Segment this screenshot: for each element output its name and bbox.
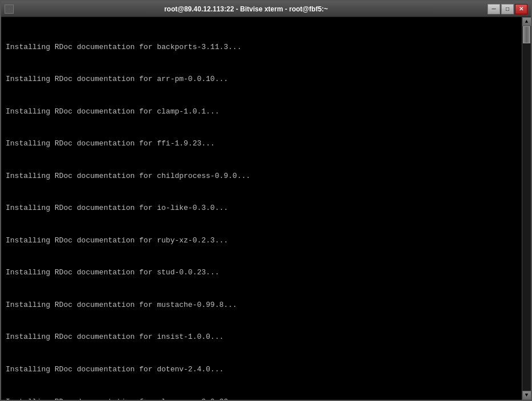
terminal-line: Installing RDoc documentation for ruby-x…	[6, 236, 518, 246]
window-title: root@89.40.12.113:22 - Bitvise xterm - r…	[39, 5, 488, 13]
scrollbar-thumb[interactable]	[523, 26, 530, 43]
terminal-line: Installing RDoc documentation for dotenv…	[6, 364, 518, 375]
window-controls: ─ □ ✕	[488, 4, 527, 14]
terminal-line: Installing RDoc documentation for ffi-1.…	[6, 139, 518, 149]
scrollbar[interactable]: ▲ ▼	[522, 17, 531, 400]
minimize-button[interactable]: ─	[488, 4, 500, 14]
scrollbar-down-button[interactable]: ▼	[522, 391, 531, 400]
terminal-line: Installing RDoc documentation for stud-0…	[6, 268, 518, 278]
terminal-line: Installing RDoc documentation for insist…	[6, 332, 518, 343]
close-button[interactable]: ✕	[515, 4, 527, 14]
terminal-container: Installing RDoc documentation for backpo…	[1, 17, 531, 400]
titlebar: root@89.40.12.113:22 - Bitvise xterm - r…	[1, 1, 531, 17]
terminal-output[interactable]: Installing RDoc documentation for backpo…	[1, 17, 522, 400]
scrollbar-track[interactable]	[522, 26, 531, 391]
terminal-line: Installing RDoc documentation for clamp-…	[6, 107, 518, 118]
terminal-line: Installing RDoc documentation for childp…	[6, 171, 518, 182]
terminal-window: root@89.40.12.113:22 - Bitvise xterm - r…	[0, 0, 532, 401]
maximize-button[interactable]: □	[501, 4, 514, 14]
terminal-line: Installing RDoc documentation for arr-pm…	[6, 74, 518, 85]
terminal-line: Installing RDoc documentation for mustac…	[6, 300, 518, 311]
scrollbar-up-button[interactable]: ▲	[522, 17, 531, 26]
terminal-line: Installing RDoc documentation for io-lik…	[6, 203, 518, 214]
terminal-line: Installing RDoc documentation for backpo…	[6, 42, 518, 53]
terminal-line: Installing RDoc documentation for please…	[6, 397, 518, 400]
